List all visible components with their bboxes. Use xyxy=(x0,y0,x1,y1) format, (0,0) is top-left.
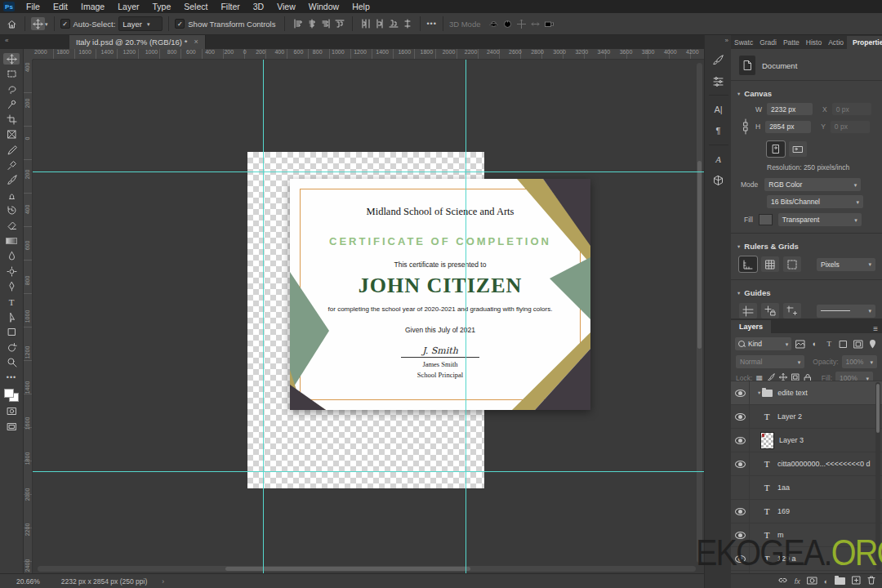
opacity-field[interactable]: 100%▾ xyxy=(842,355,877,368)
adjustments-panel-icon[interactable] xyxy=(709,72,728,90)
character-panel-icon[interactable]: A| xyxy=(709,100,728,118)
layer-effects-icon[interactable]: fx xyxy=(795,577,800,586)
menu-item[interactable]: Filter xyxy=(214,0,246,13)
group-expand-icon[interactable]: ▾ xyxy=(758,390,760,396)
distribute-center-icon[interactable] xyxy=(372,17,386,30)
distribute-vertical-icon[interactable] xyxy=(400,17,414,30)
close-tab-icon[interactable]: × xyxy=(194,38,198,46)
layer-filter-kind-dropdown[interactable]: Kind ▾ xyxy=(735,337,791,350)
healing-brush-tool[interactable] xyxy=(3,159,20,171)
align-right-edges-icon[interactable] xyxy=(318,17,332,30)
vertical-ruler[interactable]: 4002000200400600800100012001400160018002… xyxy=(23,60,33,573)
canvas-y-field[interactable]: 0 px xyxy=(831,121,870,133)
snap-to-grid-button[interactable] xyxy=(783,256,801,272)
foreground-background-swatches[interactable] xyxy=(4,389,19,402)
layer-row[interactable]: T citta0000000...<<<<<<<<0 d xyxy=(731,452,882,476)
new-group-icon[interactable] xyxy=(835,577,845,585)
document-tab[interactable]: Italy id.psd @ 20.7% (RGB/16) * × xyxy=(69,34,206,49)
clone-stamp-tool[interactable] xyxy=(3,189,20,201)
layer-row[interactable]: T 1aa xyxy=(731,476,882,500)
bit-depth-dropdown[interactable]: 16 Bits/Channel▾ xyxy=(767,195,863,208)
layer-row[interactable]: ▾ edite text xyxy=(731,381,882,405)
canvas-height-field[interactable]: 2854 px xyxy=(765,121,811,133)
visibility-toggle[interactable] xyxy=(731,476,750,499)
panel-tab[interactable]: Patte xyxy=(780,36,803,49)
guide-vertical[interactable] xyxy=(466,60,466,573)
zoom-tool[interactable] xyxy=(3,357,20,368)
menu-item[interactable]: 3D xyxy=(247,0,270,13)
layers-panel-menu-icon[interactable]: ≡ xyxy=(873,324,878,333)
visibility-toggle[interactable] xyxy=(731,381,750,404)
menu-item[interactable]: Layer xyxy=(111,0,145,13)
align-horizontal-centers-icon[interactable] xyxy=(305,17,318,30)
3d-panel-icon[interactable] xyxy=(709,172,728,189)
panel-tab-properties[interactable]: Properties xyxy=(847,36,882,49)
canvas-width-field[interactable]: 2232 px xyxy=(767,103,813,115)
menu-item[interactable]: Type xyxy=(145,0,177,13)
layer-row[interactable]: T Layer 2 xyxy=(731,405,882,429)
brush-tool[interactable] xyxy=(3,175,20,186)
new-layer-icon[interactable] xyxy=(852,576,861,586)
align-top-edges-icon[interactable] xyxy=(332,17,346,30)
layer-thumbnail[interactable] xyxy=(760,432,774,449)
eraser-tool[interactable] xyxy=(3,220,20,232)
guide-vertical[interactable] xyxy=(263,60,264,573)
orientation-landscape-button[interactable] xyxy=(789,141,807,157)
path-selection-tool[interactable] xyxy=(3,311,20,323)
lasso-tool[interactable] xyxy=(3,83,20,95)
rectangle-tool[interactable] xyxy=(3,327,20,338)
filter-shape-layers-icon[interactable] xyxy=(838,338,850,350)
horizontal-ruler[interactable]: 2000180016001400120010008006004002000200… xyxy=(33,49,704,60)
screen-mode-icon[interactable] xyxy=(3,421,20,432)
orientation-portrait-button[interactable] xyxy=(767,141,785,157)
zoom-level-field[interactable]: 20.66% xyxy=(16,577,40,586)
guide-horizontal[interactable] xyxy=(33,172,704,172)
distribute-bottom-icon[interactable] xyxy=(386,17,400,30)
panel-tab[interactable]: Gradi xyxy=(756,36,780,49)
auto-select-target-dropdown[interactable]: Layer▾ xyxy=(118,16,163,31)
guide-style-dropdown[interactable]: ▾ xyxy=(817,305,875,318)
menu-item[interactable]: Select xyxy=(177,0,214,13)
filter-pin-icon[interactable] xyxy=(866,338,879,350)
canvas-x-field[interactable]: 0 px xyxy=(832,103,871,115)
layers-tab[interactable]: Layers xyxy=(731,320,771,333)
visibility-toggle[interactable] xyxy=(731,452,750,475)
layer-row[interactable]: T 169 xyxy=(731,500,882,523)
link-dimensions-icon[interactable] xyxy=(741,118,751,135)
blur-tool[interactable] xyxy=(3,251,20,262)
crop-tool[interactable] xyxy=(3,114,20,125)
quick-selection-tool[interactable] xyxy=(3,99,20,110)
filter-adjustment-layers-icon[interactable]: ◐ xyxy=(808,338,821,350)
delete-layer-icon[interactable] xyxy=(867,576,875,586)
eyedropper-tool[interactable] xyxy=(3,145,20,156)
new-adjustment-layer-icon[interactable]: ◐ xyxy=(824,577,828,586)
menu-item[interactable]: File xyxy=(20,0,47,13)
photoshop-logo-icon[interactable]: Ps xyxy=(3,2,15,11)
frame-tool[interactable] xyxy=(3,129,20,140)
lock-guides-button[interactable] xyxy=(761,303,779,318)
filter-smart-objects-icon[interactable] xyxy=(852,338,864,350)
layer-row[interactable]: Layer 3 xyxy=(731,429,882,452)
menu-item[interactable]: Edit xyxy=(47,0,74,13)
menu-item[interactable]: Window xyxy=(302,0,345,13)
toolbar-collapse-icon[interactable]: « xyxy=(5,37,8,44)
rulers-grids-section-header[interactable]: ▾ Rulers & Grids xyxy=(731,237,882,254)
dock-collapse-icon[interactable]: » xyxy=(725,37,728,44)
tool-preset-caret[interactable]: ▾ xyxy=(45,21,48,27)
filter-pixel-layers-icon[interactable] xyxy=(794,338,806,350)
visibility-toggle[interactable] xyxy=(731,500,750,523)
fill-dropdown[interactable]: Transparent▾ xyxy=(778,213,862,226)
move-tool[interactable] xyxy=(3,53,20,65)
paragraph-panel-icon[interactable]: ¶ xyxy=(709,122,728,140)
panel-tab[interactable]: Actio xyxy=(825,36,847,49)
toggle-guides-button[interactable] xyxy=(739,303,757,318)
guides-section-header[interactable]: ▾ Guides xyxy=(731,283,882,301)
type-tool[interactable]: T xyxy=(3,296,20,308)
home-icon[interactable] xyxy=(5,17,19,30)
link-layers-icon[interactable] xyxy=(777,577,788,586)
dodge-tool[interactable] xyxy=(3,265,20,277)
panel-tab[interactable]: Histo xyxy=(803,36,825,49)
color-mode-dropdown[interactable]: RGB Color▾ xyxy=(764,178,861,191)
more-options-icon[interactable]: ••• xyxy=(426,20,436,28)
visibility-toggle[interactable] xyxy=(731,405,750,428)
